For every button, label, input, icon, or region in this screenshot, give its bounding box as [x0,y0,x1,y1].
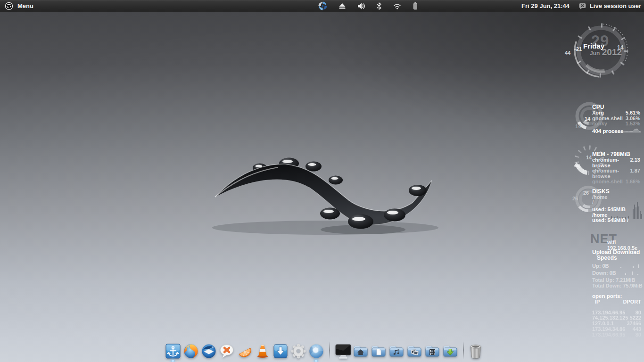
user-label: Live session user [590,2,641,9]
disks-ring-label-1: 26 [583,190,589,196]
clementine-icon[interactable] [237,343,253,359]
menu-button[interactable]: Menu [0,0,38,12]
mem-process-value: 2.13 [630,157,640,168]
mem-title: MEM - 798MiB [592,151,640,157]
dock-separator [329,341,330,359]
cpu-process-name: conky [592,121,607,127]
messages-icon [578,2,586,10]
net-total-up: Total Up: 7.21MiB [592,277,635,283]
desktop-wallpaper: 29 21 Friday Jun 2012 14 44 14 14 CPU Xo… [0,0,644,362]
bluetooth-icon[interactable] [376,2,382,10]
firefox-icon[interactable] [183,343,199,359]
mem-process-value: 1.66% [626,179,640,185]
system-tray [318,0,419,12]
cpu-ring-label-2: 14 [575,123,581,129]
clock-minute: 44 [565,50,570,56]
wifi-icon[interactable] [393,2,402,10]
xchat-icon[interactable] [219,343,235,359]
volume-icon[interactable] [357,2,365,10]
dock-separator [463,341,464,359]
mem-process-name: chromium-browse [592,157,630,168]
net-up: Up: 0B [592,263,609,269]
battery-icon[interactable] [412,1,419,10]
app-swirl-icon[interactable] [318,1,328,11]
clock-second: 14 [617,44,623,51]
ports-col-ip: IP [592,299,600,305]
ports-col-dport: DPORT [623,299,642,305]
mem-process-value: 1.87 [630,168,640,179]
port-num: 443 [633,327,641,332]
cpu-process-name: Xorg [592,110,604,116]
cpu-graph [610,127,641,132]
running-indicator [172,360,174,362]
net-down-graph [612,270,641,276]
cpu-title: CPU [592,104,640,110]
videos-folder-icon[interactable] [424,343,440,359]
music-folder-icon[interactable] [388,343,405,359]
home-folder-icon[interactable] [353,343,369,359]
clock-hour: 21 [576,46,582,52]
mem-process-name: chromium-browse [592,168,630,179]
thunderbird-icon[interactable] [201,343,217,359]
ports-heading: open ports: [592,293,641,299]
disks-ring-label-2: 26 [572,196,578,201]
running-indicator [315,360,317,362]
pictures-folder-icon[interactable] [406,343,422,359]
cpu-ring-label-1: 14 [585,116,590,122]
net-ports-table: open ports: IP DPORT 173.194.66.95 80 74… [592,293,641,337]
downloads-folder-icon[interactable] [442,343,458,359]
cpu-process-value: 1.53% [626,121,640,127]
menu-label: Menu [17,2,33,9]
eject-icon[interactable] [338,2,347,10]
port-ip: 173.194.66.95 [592,332,625,338]
computer-icon[interactable] [335,343,351,359]
net-total-down: Total Down: 75.9MiB [592,283,643,288]
net-speeds-heading-2: Speeds [597,255,617,261]
net-up-graph [612,263,641,269]
disks-mount: /home [592,195,641,200]
disks-graph [611,200,642,219]
distro-globe-icon [5,2,13,10]
panel-clock-label: Fri 29 Jun, 21:44 [521,2,570,9]
docky-anchor-icon[interactable] [165,343,181,359]
wallpaper-emblem [207,153,443,238]
panel-clock[interactable]: Fri 29 Jun, 21:44 [521,0,570,12]
clock-month: Jun [590,50,600,57]
trash-icon[interactable] [469,343,483,359]
user-menu[interactable]: Live session user [578,0,641,12]
chromium-icon[interactable] [308,343,324,359]
cpu-process-value: 5.61% [626,110,640,116]
settings-gear-icon[interactable] [290,343,306,359]
port-num: 80 [636,332,641,338]
documents-folder-icon[interactable] [371,343,387,359]
port-ip: 173.194.34.86 [592,327,625,332]
top-panel: Menu [0,0,644,12]
mem-ring-label: 14 [586,155,592,160]
vlc-icon[interactable] [255,343,271,359]
dock [165,341,483,359]
download-manager-icon[interactable] [272,343,289,359]
